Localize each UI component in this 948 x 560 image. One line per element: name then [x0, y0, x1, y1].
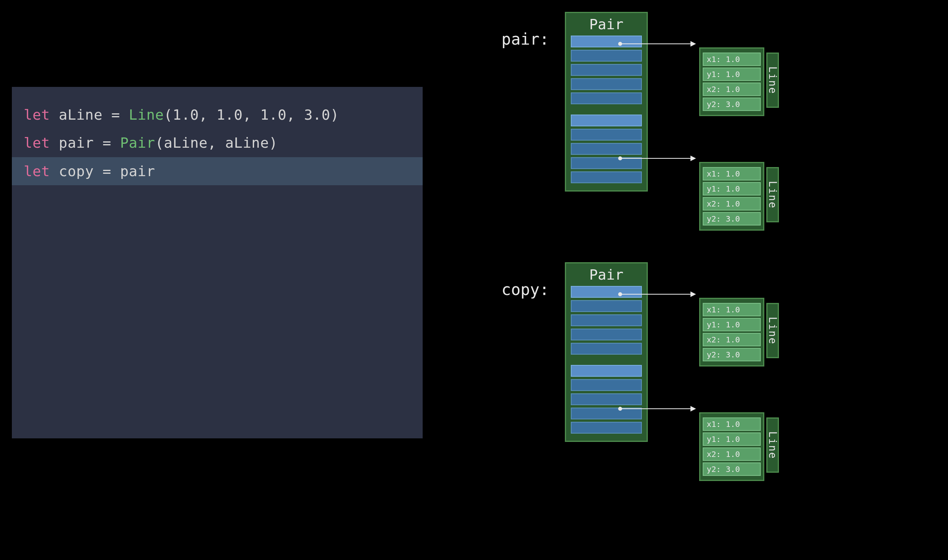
- token: ,: [243, 107, 260, 123]
- field: y2: 3.0: [703, 462, 761, 476]
- pair-title: Pair: [571, 267, 642, 283]
- storage-slot: [571, 171, 642, 183]
- token: ,: [286, 107, 304, 123]
- token: ): [330, 107, 339, 123]
- field: y2: 3.0: [703, 212, 761, 226]
- storage-slot: [571, 78, 642, 90]
- token: let: [24, 163, 59, 179]
- storage-slot: [571, 343, 642, 355]
- code-line-0: let aLine = Line(1.0, 1.0, 1.0, 3.0): [12, 101, 423, 129]
- storage-slot: [571, 129, 642, 141]
- field: x2: 1.0: [703, 197, 761, 210]
- code-line-1: let pair = Pair(aLine, aLine): [12, 129, 423, 157]
- field: y2: 3.0: [703, 98, 761, 111]
- pointer-slot: [571, 365, 642, 377]
- token: =: [111, 107, 129, 123]
- storage-slot: [571, 157, 642, 169]
- token: (aLine, aLine): [155, 135, 278, 151]
- pointer-arrow: [620, 158, 695, 159]
- token: Line: [129, 107, 164, 123]
- field: y1: 1.0: [703, 318, 761, 331]
- token: ,: [199, 107, 216, 123]
- token: 1.0: [260, 107, 287, 123]
- field: x1: 1.0: [703, 303, 761, 316]
- var-label: pair:: [474, 30, 549, 48]
- field: x2: 1.0: [703, 447, 761, 461]
- storage-slot: [571, 300, 642, 312]
- token: Pair: [120, 135, 155, 151]
- storage-slot: [571, 408, 642, 419]
- storage-slot: [571, 50, 642, 62]
- field: y1: 1.0: [703, 182, 761, 195]
- pointer-arrow: [620, 294, 695, 295]
- line-struct: x1: 1.0y1: 1.0x2: 1.0y2: 3.0Line: [699, 47, 764, 116]
- token: =: [103, 163, 120, 179]
- pointer-arrow: [620, 408, 695, 409]
- code-panel: let aLine = Line(1.0, 1.0, 1.0, 3.0)let …: [12, 87, 423, 438]
- token: aLine: [59, 107, 111, 123]
- var-label: copy:: [474, 280, 549, 299]
- token: let: [24, 135, 59, 151]
- storage-slot: [571, 143, 642, 155]
- code-line-2: let copy = pair: [12, 157, 423, 185]
- line-type-label: Line: [766, 53, 779, 108]
- line-struct: x1: 1.0y1: 1.0x2: 1.0y2: 3.0Line: [699, 298, 764, 366]
- storage-slot: [571, 92, 642, 104]
- pointer-slot: [571, 36, 642, 47]
- storage-slot: [571, 314, 642, 326]
- token: pair: [120, 163, 155, 179]
- pointer-slot: [571, 115, 642, 126]
- token: 1.0: [173, 107, 199, 123]
- pair-struct: Pair: [565, 12, 648, 192]
- field: y1: 1.0: [703, 68, 761, 81]
- line-type-label: Line: [766, 303, 779, 358]
- token: pair: [59, 135, 103, 151]
- field: x1: 1.0: [703, 53, 761, 66]
- line-type-label: Line: [766, 167, 779, 222]
- storage-slot: [571, 64, 642, 76]
- pair-struct: Pair: [565, 262, 648, 442]
- token: (: [164, 107, 173, 123]
- field: x1: 1.0: [703, 417, 761, 431]
- line-type-label: Line: [766, 417, 779, 473]
- pointer-arrow: [620, 43, 695, 44]
- field: x1: 1.0: [703, 167, 761, 180]
- pair-title: Pair: [571, 16, 642, 32]
- line-struct: x1: 1.0y1: 1.0x2: 1.0y2: 3.0Line: [699, 412, 764, 481]
- token: 3.0: [304, 107, 331, 123]
- field: x2: 1.0: [703, 83, 761, 96]
- token: copy: [59, 163, 103, 179]
- token: 1.0: [216, 107, 243, 123]
- storage-slot: [571, 379, 642, 391]
- storage-slot: [571, 422, 642, 434]
- field: x2: 1.0: [703, 333, 761, 346]
- field: y2: 3.0: [703, 348, 761, 361]
- storage-slot: [571, 329, 642, 340]
- pointer-slot: [571, 286, 642, 298]
- line-struct: x1: 1.0y1: 1.0x2: 1.0y2: 3.0Line: [699, 162, 764, 231]
- storage-slot: [571, 393, 642, 405]
- field: y1: 1.0: [703, 432, 761, 446]
- token: =: [103, 135, 120, 151]
- token: let: [24, 107, 59, 123]
